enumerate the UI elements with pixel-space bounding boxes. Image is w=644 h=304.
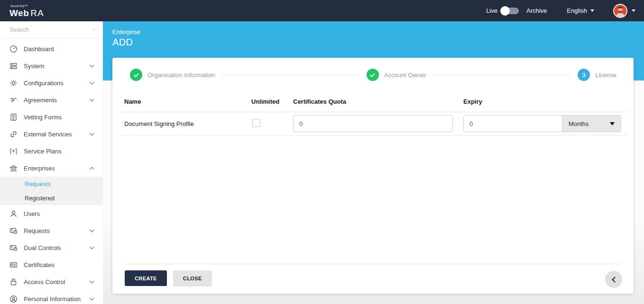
- gauge-icon: [9, 45, 18, 53]
- step-label: License: [595, 72, 616, 79]
- avatar-person-icon: [614, 5, 626, 17]
- search-input[interactable]: [9, 26, 93, 33]
- main-content: Enterprise ADD Organisation Information …: [103, 21, 644, 304]
- sidebar-item-enterprises[interactable]: Enterprises: [0, 160, 103, 177]
- server-icon: [9, 62, 18, 70]
- search-icon[interactable]: [93, 26, 94, 33]
- chevron-down-icon: [90, 228, 94, 232]
- column-header-expiry: Expiry: [463, 98, 627, 105]
- profile-name: Document Signing Profile: [124, 120, 251, 127]
- expiry-value-input[interactable]: [464, 116, 562, 132]
- language-dropdown[interactable]: English: [567, 7, 594, 14]
- column-header-unlimited: Unlimited: [251, 98, 293, 105]
- top-navbar: Ascertia™ WebRA Live Archive English: [0, 0, 644, 21]
- toggle-knob[interactable]: [500, 6, 510, 16]
- stepper-connector: [222, 75, 359, 75]
- page-title: ADD: [112, 37, 140, 48]
- step-organisation-information[interactable]: Organisation Information: [130, 69, 215, 81]
- sidebar-item-dashboard[interactable]: Dashboard: [0, 40, 103, 57]
- expiry-unit-select[interactable]: Months: [562, 116, 621, 132]
- user-icon: [9, 210, 18, 218]
- chevron-down-icon: [90, 296, 94, 301]
- brand-webra-label: WebRA: [9, 9, 44, 18]
- column-header-name: Name: [124, 98, 251, 105]
- step-license[interactable]: 3 License: [578, 69, 616, 81]
- create-button[interactable]: CREATE: [125, 270, 167, 286]
- archive-label: Archive: [526, 7, 547, 14]
- person-circle-icon: [9, 295, 18, 303]
- avatar[interactable]: [613, 4, 627, 18]
- sidebar-item-certificates[interactable]: Certificates: [0, 256, 103, 273]
- chevron-down-icon: [90, 245, 94, 250]
- breadcrumb: Enterprise: [112, 28, 140, 36]
- chevron-down-icon: [610, 122, 615, 125]
- certificate-icon: [9, 261, 18, 269]
- sidebar-menu: Dashboard System Configurations Agreemen…: [0, 38, 103, 304]
- chevron-down-icon: [632, 9, 635, 12]
- enterprises-submenu: Requests Registered: [0, 177, 103, 205]
- live-label: Live: [486, 7, 497, 14]
- page-header: Enterprise ADD: [112, 28, 140, 48]
- chevron-down-icon: [90, 80, 94, 85]
- column-header-certificates-quota: Certificates Quota: [293, 98, 463, 105]
- request-card-icon: [9, 227, 18, 235]
- gear-icon: [9, 79, 18, 87]
- sidebar-item-users[interactable]: Users: [0, 205, 103, 222]
- step-complete-check-icon: [367, 69, 379, 81]
- language-label: English: [567, 7, 587, 14]
- lock-icon: [9, 278, 18, 286]
- chevron-down-icon: [90, 279, 94, 284]
- step-complete-check-icon: [130, 69, 142, 81]
- step-label: Account Owner: [384, 72, 426, 79]
- brand-ascertia-label: Ascertia™: [10, 4, 44, 8]
- chevron-up-icon: [90, 167, 94, 171]
- chevron-down-icon: [90, 131, 94, 136]
- sidebar-item-dual-controls[interactable]: Dual Controls: [0, 239, 103, 256]
- sidebar-item-requests[interactable]: Requests: [0, 222, 103, 239]
- expiry-unit-value: Months: [569, 120, 589, 127]
- add-enterprise-card: Organisation Information Account Owner 3…: [112, 58, 634, 294]
- app-logo[interactable]: Ascertia™ WebRA: [9, 4, 44, 18]
- license-table: Name Unlimited Certificates Quota Expiry…: [119, 91, 627, 135]
- certificates-quota-input[interactable]: [293, 115, 453, 132]
- step-label: Organisation Information: [147, 72, 215, 79]
- handshake-icon: [9, 96, 18, 104]
- bank-icon: [9, 164, 18, 172]
- sidebar-item-access-control[interactable]: Access Control: [0, 273, 103, 290]
- stepper-connector: [433, 75, 570, 75]
- step-number-badge: 3: [578, 69, 590, 81]
- chevron-down-icon: [90, 63, 94, 68]
- close-button[interactable]: CLOSE: [173, 270, 212, 286]
- form-icon: [9, 113, 18, 121]
- live-archive-toggle[interactable]: [502, 8, 519, 14]
- link-icon: [9, 130, 18, 138]
- user-menu[interactable]: [613, 4, 635, 18]
- license-table-header: Name Unlimited Certificates Quota Expiry: [119, 91, 627, 112]
- chevron-down-icon: [590, 9, 594, 12]
- expiry-field-group: Months: [463, 115, 621, 132]
- unlimited-checkbox[interactable]: [252, 119, 260, 127]
- table-row: Document Signing Profile Months: [119, 112, 627, 135]
- previous-step-button[interactable]: [605, 271, 622, 288]
- wizard-stepper: Organisation Information Account Owner 3…: [112, 58, 634, 81]
- dual-controls-icon: [9, 244, 18, 252]
- sidebar-item-configurations[interactable]: Configurations: [0, 74, 103, 91]
- sidebar-search: [0, 21, 103, 38]
- sidebar-item-enterprises-requests[interactable]: Requests: [0, 177, 103, 191]
- sidebar-item-system[interactable]: System: [0, 57, 103, 74]
- sidebar-item-agreements[interactable]: Agreements: [0, 91, 103, 108]
- sidebar-item-vetting-forms[interactable]: Vetting Forms: [0, 108, 103, 125]
- step-account-owner[interactable]: Account Owner: [367, 69, 426, 81]
- service-plan-icon: [9, 147, 18, 155]
- sidebar-item-personal-information[interactable]: Personal Information: [0, 290, 103, 304]
- chevron-left-icon: [612, 277, 618, 283]
- chevron-down-icon: [90, 97, 94, 102]
- sidebar-item-enterprises-registered[interactable]: Registered: [0, 191, 103, 205]
- card-footer: CREATE CLOSE: [125, 264, 621, 286]
- sidebar-item-service-plans[interactable]: Service Plans: [0, 143, 103, 160]
- sidebar: Dashboard System Configurations Agreemen…: [0, 21, 103, 304]
- sidebar-item-external-services[interactable]: External Services: [0, 125, 103, 143]
